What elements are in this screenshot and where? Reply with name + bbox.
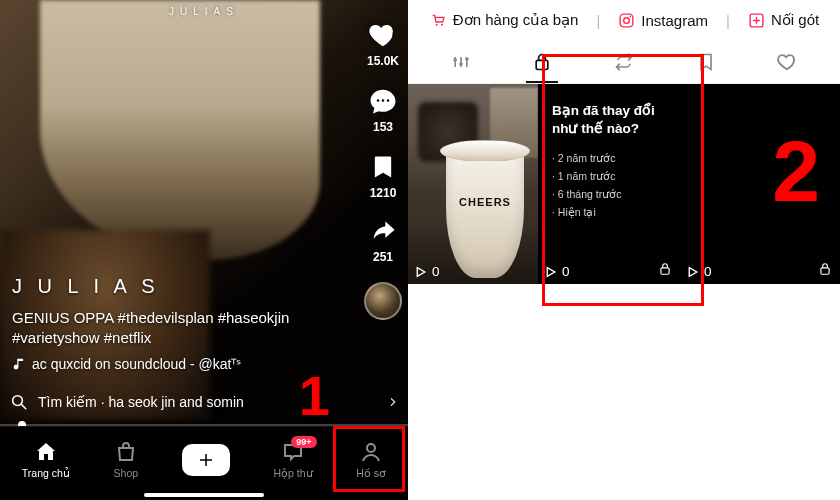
sound-row[interactable]: ac quxcid on soundcloud - @katᵀˢ	[12, 356, 338, 372]
bookmark-icon	[369, 152, 397, 182]
svg-point-10	[630, 15, 632, 17]
share-button[interactable]: 251	[367, 218, 399, 264]
topbar-instagram[interactable]: Instagram	[618, 12, 708, 29]
tutorial-two-panel: JULIAS 15.0K 153 1210 251 J U L I A S GE	[0, 0, 840, 500]
bookmark-button[interactable]: 1210	[369, 152, 397, 200]
lock-icon	[658, 261, 672, 277]
video-brand-watermark: JULIAS	[169, 6, 239, 17]
svg-point-7	[441, 24, 443, 26]
tile2-lock	[658, 261, 672, 277]
author-username[interactable]: J U L I A S	[12, 275, 338, 298]
share-count: 251	[373, 250, 393, 264]
nav-inbox[interactable]: 99+ Hộp thư	[274, 440, 313, 479]
annotation-number-2: 2	[772, 122, 820, 221]
lock-icon	[532, 51, 552, 73]
svg-rect-12	[453, 58, 456, 61]
grid-tile-2[interactable]: Bạn đã thay đổi như thế nào? 2 năm trước…	[538, 84, 680, 284]
svg-rect-16	[661, 268, 669, 274]
repost-icon	[612, 52, 636, 72]
search-suggestion[interactable]: Tìm kiếm · ha seok jin and somin	[10, 386, 398, 418]
cart-icon	[429, 12, 447, 28]
play-outline-icon	[414, 265, 427, 279]
tile3-lock	[818, 261, 832, 277]
shop-bag-icon	[114, 440, 138, 464]
svg-point-2	[387, 99, 390, 102]
tile2-title: Bạn đã thay đổi như thế nào?	[552, 102, 666, 138]
sound-label: ac quxcid on soundcloud - @katᵀˢ	[32, 356, 241, 372]
tile3-view-count: 0	[704, 264, 712, 279]
home-icon	[33, 440, 59, 464]
magnifier-icon	[10, 393, 28, 411]
topbar-orders[interactable]: Đơn hàng của bạn	[429, 11, 579, 29]
music-note-icon	[12, 357, 26, 371]
tile2-views: 0	[544, 264, 570, 279]
tile1-view-count: 0	[432, 264, 440, 279]
coffee-cup: CHEERS	[446, 150, 524, 278]
like-button[interactable]: 15.0K	[366, 20, 400, 68]
separator: |	[596, 12, 600, 29]
svg-point-5	[367, 444, 375, 452]
nav-inbox-label: Hộp thư	[274, 467, 313, 479]
svg-rect-13	[459, 62, 462, 65]
tile2-lines: 2 năm trước 1 năm trước 6 tháng trước Hi…	[552, 150, 666, 221]
chevron-right-icon	[388, 395, 398, 409]
svg-point-6	[436, 24, 438, 26]
heart-outline-icon	[775, 51, 799, 73]
tab-saved[interactable]	[684, 42, 728, 82]
tile1-views: 0	[414, 264, 440, 279]
action-rail: 15.0K 153 1210 251	[364, 20, 402, 320]
lock-icon	[818, 261, 832, 277]
tiktok-feed: JULIAS 15.0K 153 1210 251 J U L I A S GE	[0, 0, 408, 500]
sliders-icon	[450, 52, 472, 72]
svg-rect-17	[821, 268, 829, 274]
tab-reposts[interactable]	[602, 42, 646, 82]
svg-point-1	[382, 99, 385, 102]
bookmark-tab-icon	[696, 51, 716, 73]
nav-create[interactable]	[182, 444, 230, 476]
tile2-view-count: 0	[562, 264, 570, 279]
home-indicator	[144, 493, 264, 497]
nav-shop[interactable]: Shop	[114, 440, 139, 479]
tiktok-profile: Đơn hàng của bạn | Instagram | Nối gót	[408, 0, 840, 500]
svg-line-4	[21, 404, 26, 409]
tile2-line: 6 tháng trước	[552, 186, 666, 204]
profile-icon	[359, 440, 383, 464]
tile3-views: 0	[686, 264, 712, 279]
sound-avatar-disc[interactable]	[364, 282, 402, 320]
play-outline-icon	[544, 265, 557, 279]
svg-point-0	[377, 99, 380, 102]
profile-topbar: Đơn hàng của bạn | Instagram | Nối gót	[408, 0, 840, 40]
tile2-line: Hiện tại	[552, 204, 666, 222]
nav-profile-label: Hồ sơ	[356, 467, 386, 479]
nav-home-label: Trang chủ	[22, 467, 70, 479]
video-caption[interactable]: GENIUS OPPA #thedevilsplan #haseokjin #v…	[12, 308, 338, 349]
bookmark-count: 1210	[370, 186, 397, 200]
heart-icon	[366, 20, 400, 50]
comment-icon	[367, 86, 399, 116]
topbar-instagram-label: Instagram	[641, 12, 708, 29]
comment-count: 153	[373, 120, 393, 134]
nav-profile[interactable]: Hồ sơ	[356, 440, 386, 479]
svg-rect-14	[465, 57, 468, 60]
topbar-add[interactable]: Nối gót	[748, 11, 819, 29]
grid-tile-1[interactable]: CHEERS 0	[408, 84, 538, 284]
svg-rect-15	[537, 60, 549, 69]
video-info: J U L I A S GENIUS OPPA #thedevilsplan #…	[12, 275, 338, 373]
tile2-line: 2 năm trước	[552, 150, 666, 168]
play-outline-icon	[686, 265, 699, 279]
topbar-orders-label: Đơn hàng của bạn	[453, 11, 579, 29]
comment-button[interactable]: 153	[367, 86, 399, 134]
separator: |	[726, 12, 730, 29]
tab-private[interactable]	[520, 42, 564, 82]
topbar-add-label: Nối gót	[771, 11, 819, 29]
nav-home[interactable]: Trang chủ	[22, 440, 70, 479]
instagram-icon	[618, 12, 635, 29]
plus-icon	[197, 451, 215, 469]
profile-tabs	[408, 40, 840, 84]
tab-liked[interactable]	[765, 42, 809, 82]
add-box-icon	[748, 12, 765, 29]
inbox-badge: 99+	[291, 436, 316, 448]
tab-feed[interactable]	[439, 42, 483, 82]
share-icon	[367, 218, 399, 246]
svg-point-9	[624, 17, 630, 23]
